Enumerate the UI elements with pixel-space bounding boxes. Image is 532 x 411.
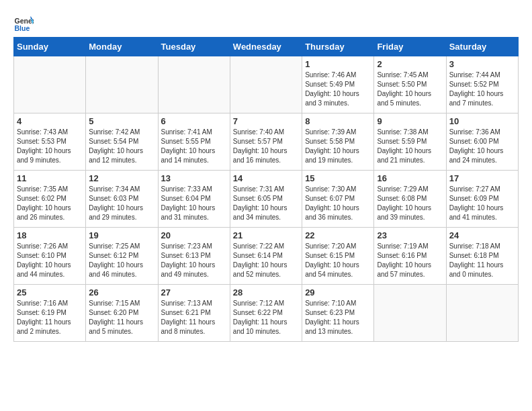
day-number: 12 [89, 173, 154, 183]
calendar-cell [230, 56, 302, 113]
svg-text:Blue: Blue [15, 24, 30, 32]
day-number: 25 [17, 287, 83, 298]
day-info: Sunrise: 7:44 AM Sunset: 5:52 PM Dayligh… [449, 71, 515, 108]
calendar-cell: 19Sunrise: 7:25 AM Sunset: 6:12 PM Dayli… [86, 228, 158, 285]
day-info: Sunrise: 7:12 AM Sunset: 6:22 PM Dayligh… [233, 299, 299, 336]
calendar-cell: 20Sunrise: 7:23 AM Sunset: 6:13 PM Dayli… [158, 228, 230, 285]
day-number: 17 [449, 173, 515, 183]
weekday-header-wednesday: Wednesday [230, 38, 302, 56]
day-info: Sunrise: 7:46 AM Sunset: 5:49 PM Dayligh… [305, 71, 371, 108]
day-info: Sunrise: 7:25 AM Sunset: 6:12 PM Dayligh… [89, 242, 154, 279]
calendar-cell: 9Sunrise: 7:38 AM Sunset: 5:59 PM Daylig… [374, 113, 446, 171]
day-number: 20 [161, 230, 227, 240]
day-number: 2 [377, 59, 443, 69]
calendar-cell: 14Sunrise: 7:31 AM Sunset: 6:05 PM Dayli… [230, 171, 302, 228]
calendar-cell: 5Sunrise: 7:42 AM Sunset: 5:54 PM Daylig… [86, 113, 158, 171]
calendar-cell: 15Sunrise: 7:30 AM Sunset: 6:07 PM Dayli… [302, 171, 374, 228]
calendar-cell: 10Sunrise: 7:36 AM Sunset: 6:00 PM Dayli… [446, 113, 518, 171]
day-info: Sunrise: 7:15 AM Sunset: 6:20 PM Dayligh… [89, 299, 154, 336]
calendar-cell: 21Sunrise: 7:22 AM Sunset: 6:14 PM Dayli… [230, 228, 302, 285]
weekday-header-row: SundayMondayTuesdayWednesdayThursdayFrid… [14, 38, 519, 56]
calendar-cell: 17Sunrise: 7:27 AM Sunset: 6:09 PM Dayli… [446, 171, 518, 228]
day-info: Sunrise: 7:13 AM Sunset: 6:21 PM Dayligh… [161, 299, 227, 336]
calendar-cell: 8Sunrise: 7:39 AM Sunset: 5:58 PM Daylig… [302, 113, 374, 171]
calendar-cell: 2Sunrise: 7:45 AM Sunset: 5:50 PM Daylig… [374, 56, 446, 113]
day-info: Sunrise: 7:18 AM Sunset: 6:18 PM Dayligh… [449, 242, 515, 279]
calendar-week-4: 18Sunrise: 7:26 AM Sunset: 6:10 PM Dayli… [14, 228, 519, 285]
calendar-cell: 28Sunrise: 7:12 AM Sunset: 6:22 PM Dayli… [230, 285, 302, 342]
weekday-header-friday: Friday [374, 38, 446, 56]
calendar-cell [86, 56, 158, 113]
logo-icon: General Blue [13, 13, 34, 34]
day-number: 9 [377, 116, 443, 126]
weekday-header-tuesday: Tuesday [158, 38, 230, 56]
day-number: 13 [161, 173, 227, 183]
day-info: Sunrise: 7:31 AM Sunset: 6:05 PM Dayligh… [233, 185, 299, 222]
day-number: 16 [377, 173, 443, 183]
day-number: 22 [305, 230, 371, 240]
calendar-cell: 24Sunrise: 7:18 AM Sunset: 6:18 PM Dayli… [446, 228, 518, 285]
calendar-cell: 23Sunrise: 7:19 AM Sunset: 6:16 PM Dayli… [374, 228, 446, 285]
day-number: 21 [233, 230, 299, 240]
calendar-cell: 6Sunrise: 7:41 AM Sunset: 5:55 PM Daylig… [158, 113, 230, 171]
weekday-header-sunday: Sunday [14, 38, 86, 56]
logo: General Blue [13, 13, 36, 34]
weekday-header-thursday: Thursday [302, 38, 374, 56]
day-info: Sunrise: 7:22 AM Sunset: 6:14 PM Dayligh… [233, 242, 299, 279]
day-info: Sunrise: 7:34 AM Sunset: 6:03 PM Dayligh… [89, 185, 154, 222]
day-number: 15 [305, 173, 371, 183]
day-number: 23 [377, 230, 443, 240]
day-info: Sunrise: 7:10 AM Sunset: 6:23 PM Dayligh… [305, 299, 371, 336]
day-number: 29 [305, 287, 371, 298]
calendar-table: SundayMondayTuesdayWednesdayThursdayFrid… [13, 37, 519, 342]
calendar-cell [14, 56, 86, 113]
day-info: Sunrise: 7:16 AM Sunset: 6:19 PM Dayligh… [17, 299, 83, 336]
day-info: Sunrise: 7:40 AM Sunset: 5:57 PM Dayligh… [233, 128, 299, 165]
day-number: 5 [89, 116, 154, 126]
day-info: Sunrise: 7:43 AM Sunset: 5:53 PM Dayligh… [17, 128, 83, 165]
calendar-cell: 27Sunrise: 7:13 AM Sunset: 6:21 PM Dayli… [158, 285, 230, 342]
calendar-cell [374, 285, 446, 342]
day-info: Sunrise: 7:19 AM Sunset: 6:16 PM Dayligh… [377, 242, 443, 279]
day-number: 19 [89, 230, 154, 240]
day-info: Sunrise: 7:36 AM Sunset: 6:00 PM Dayligh… [449, 128, 515, 165]
day-info: Sunrise: 7:23 AM Sunset: 6:13 PM Dayligh… [161, 242, 227, 279]
calendar-cell: 3Sunrise: 7:44 AM Sunset: 5:52 PM Daylig… [446, 56, 518, 113]
calendar-cell: 1Sunrise: 7:46 AM Sunset: 5:49 PM Daylig… [302, 56, 374, 113]
day-number: 3 [449, 59, 515, 69]
calendar-cell: 29Sunrise: 7:10 AM Sunset: 6:23 PM Dayli… [302, 285, 374, 342]
day-info: Sunrise: 7:38 AM Sunset: 5:59 PM Dayligh… [377, 128, 443, 165]
day-number: 26 [89, 287, 154, 298]
day-info: Sunrise: 7:30 AM Sunset: 6:07 PM Dayligh… [305, 185, 371, 222]
day-info: Sunrise: 7:26 AM Sunset: 6:10 PM Dayligh… [17, 242, 83, 279]
calendar-cell: 16Sunrise: 7:29 AM Sunset: 6:08 PM Dayli… [374, 171, 446, 228]
day-number: 14 [233, 173, 299, 183]
day-info: Sunrise: 7:35 AM Sunset: 6:02 PM Dayligh… [17, 185, 83, 222]
day-info: Sunrise: 7:29 AM Sunset: 6:08 PM Dayligh… [377, 185, 443, 222]
calendar-cell: 11Sunrise: 7:35 AM Sunset: 6:02 PM Dayli… [14, 171, 86, 228]
calendar-cell: 13Sunrise: 7:33 AM Sunset: 6:04 PM Dayli… [158, 171, 230, 228]
calendar-cell [158, 56, 230, 113]
day-info: Sunrise: 7:41 AM Sunset: 5:55 PM Dayligh… [161, 128, 227, 165]
day-number: 24 [449, 230, 515, 240]
day-info: Sunrise: 7:20 AM Sunset: 6:15 PM Dayligh… [305, 242, 371, 279]
day-number: 7 [233, 116, 299, 126]
day-number: 8 [305, 116, 371, 126]
calendar-cell: 4Sunrise: 7:43 AM Sunset: 5:53 PM Daylig… [14, 113, 86, 171]
calendar-cell: 26Sunrise: 7:15 AM Sunset: 6:20 PM Dayli… [86, 285, 158, 342]
day-number: 27 [161, 287, 227, 298]
day-info: Sunrise: 7:45 AM Sunset: 5:50 PM Dayligh… [377, 71, 443, 108]
day-info: Sunrise: 7:33 AM Sunset: 6:04 PM Dayligh… [161, 185, 227, 222]
weekday-header-monday: Monday [86, 38, 158, 56]
day-number: 28 [233, 287, 299, 298]
day-number: 18 [17, 230, 83, 240]
calendar-week-1: 1Sunrise: 7:46 AM Sunset: 5:49 PM Daylig… [14, 56, 519, 113]
calendar-cell: 12Sunrise: 7:34 AM Sunset: 6:03 PM Dayli… [86, 171, 158, 228]
calendar-cell: 25Sunrise: 7:16 AM Sunset: 6:19 PM Dayli… [14, 285, 86, 342]
calendar-cell: 18Sunrise: 7:26 AM Sunset: 6:10 PM Dayli… [14, 228, 86, 285]
day-info: Sunrise: 7:42 AM Sunset: 5:54 PM Dayligh… [89, 128, 154, 165]
calendar-week-2: 4Sunrise: 7:43 AM Sunset: 5:53 PM Daylig… [14, 113, 519, 171]
day-number: 10 [449, 116, 515, 126]
day-number: 1 [305, 59, 371, 69]
calendar-cell: 22Sunrise: 7:20 AM Sunset: 6:15 PM Dayli… [302, 228, 374, 285]
